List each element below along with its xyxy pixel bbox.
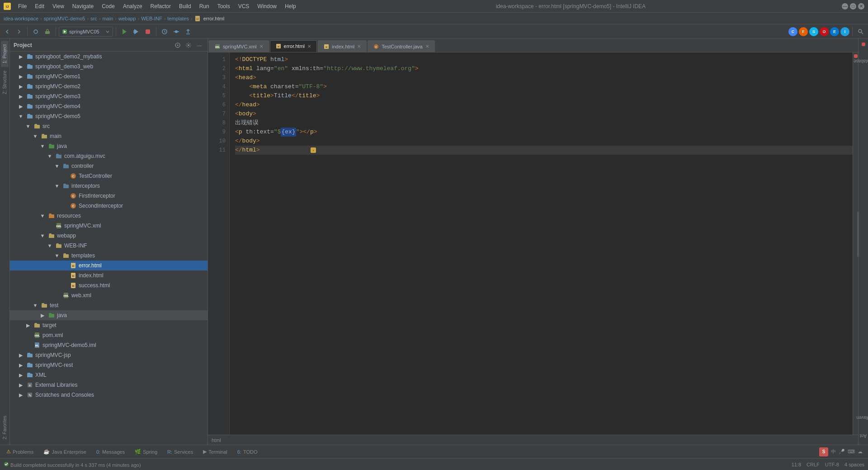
breadcrumb-webinf[interactable]: WEB-INF [141, 16, 162, 21]
minimize-button[interactable]: — [842, 3, 848, 9]
menu-help[interactable]: Help [281, 2, 300, 10]
edge-icon[interactable]: E [830, 27, 839, 36]
tree-item-springboot-demo2[interactable]: ▶ springboot_demo2_mybatis [10, 52, 208, 62]
tree-item-test[interactable]: ▼ test [10, 300, 208, 310]
breadcrumb-idea-workspace[interactable]: idea-workspace [4, 16, 38, 21]
tree-item-success-html[interactable]: H success.html [10, 280, 208, 290]
tree-item-springmvc-demo4[interactable]: ▶ springMVC-demo4 [10, 101, 208, 111]
left-tab-project[interactable]: 1: Project [1, 41, 9, 67]
tab-close-springmvc-xml[interactable]: ✕ [259, 44, 263, 49]
tab-close-testcontroller[interactable]: ✕ [425, 44, 429, 49]
tree-item-interceptors[interactable]: ▼ interceptors [10, 181, 208, 191]
breadcrumb-springmvc-demo5[interactable]: springMVC-demo5 [44, 16, 85, 21]
tree-item-package-com[interactable]: ▼ com.atguigu.mvc [10, 151, 208, 161]
menu-tools[interactable]: Tools [214, 2, 234, 10]
menu-vcs[interactable]: VCS [235, 2, 253, 10]
tree-item-demo5-iml[interactable]: IML springMVC-demo5.iml [10, 340, 208, 350]
tree-item-springmvc-jsp[interactable]: ▶ springMVC-jsp [10, 350, 208, 360]
tree-item-springmvc-xml-res[interactable]: XML springMVC.xml [10, 221, 208, 231]
menu-code[interactable]: Code [98, 2, 118, 10]
tree-item-web-xml[interactable]: XML web.xml [10, 290, 208, 300]
breadcrumb-webapp[interactable]: webapp [118, 16, 136, 21]
menu-file[interactable]: File [14, 2, 30, 10]
tab-error-html[interactable]: H error.html ✕ [270, 40, 317, 52]
left-tab-structure[interactable]: Z: Structure [1, 67, 9, 98]
right-tab-maven[interactable]: Maven [853, 413, 868, 421]
back-button[interactable] [2, 26, 13, 37]
tree-item-target[interactable]: ▶ target [10, 320, 208, 330]
menu-refactor[interactable]: Refactor [147, 2, 175, 10]
git-update-button[interactable] [159, 26, 170, 37]
sidebar-locate-button[interactable] [173, 41, 182, 50]
tree-item-secondinterceptor[interactable]: C SecondInterceptor [10, 201, 208, 211]
tree-item-springmvc-demo3[interactable]: ▶ springMVC-demo3 [10, 91, 208, 101]
tree-item-springmvc-demo1[interactable]: ▶ springMVC-demo1 [10, 71, 208, 81]
sidebar-collapse-button[interactable]: — [195, 41, 204, 50]
tree-item-springmvc-rest[interactable]: ▶ springMVC-rest [10, 360, 208, 370]
run-config-selector[interactable]: springMVC05 [59, 27, 113, 37]
tree-item-templates[interactable]: ▼ templates [10, 251, 208, 261]
tab-close-index-html[interactable]: ✕ [357, 44, 361, 49]
tree-item-error-html[interactable]: H error.html [10, 261, 208, 271]
menu-navigate[interactable]: Navigate [69, 2, 97, 10]
sidebar-settings-button[interactable] [184, 41, 193, 50]
menu-edit[interactable]: Edit [31, 2, 48, 10]
git-push-button[interactable] [183, 26, 193, 37]
opera-icon[interactable]: O [820, 27, 829, 36]
debug-button[interactable] [131, 26, 142, 37]
right-tab-ant[interactable]: Ant [856, 432, 868, 440]
tree-item-xml[interactable]: ▶ XML [10, 370, 208, 380]
bottom-tab-spring[interactable]: 🌿 Spring [130, 446, 162, 458]
run-button[interactable] [119, 26, 130, 37]
close-button[interactable]: ✕ [858, 3, 864, 9]
menu-window[interactable]: Window [254, 2, 280, 10]
indentation[interactable]: 4 spaces [844, 462, 864, 467]
bottom-tab-services[interactable]: R: Services [163, 446, 198, 458]
code-editor[interactable]: 1 2 3 4 5 6 7 8 9 10 11 <!DOCTYPE html> [208, 52, 858, 435]
encoding[interactable]: UTF-8 [825, 462, 839, 467]
menu-analyze[interactable]: Analyze [119, 2, 146, 10]
code-content[interactable]: <!DOCTYPE html> <html lang="en" xmlns:th… [230, 52, 853, 435]
tree-item-resources[interactable]: ▼ resources [10, 211, 208, 221]
tree-item-index-html[interactable]: H index.html [10, 271, 208, 280]
safari-icon[interactable]: S [809, 27, 818, 36]
breadcrumb-templates[interactable]: templates [167, 16, 189, 21]
tree-item-firstinterceptor[interactable]: C FirstInterceptor [10, 191, 208, 201]
tree-item-test-java[interactable]: ▶ java [10, 310, 208, 320]
search-everywhere-button[interactable] [855, 26, 866, 37]
tree-item-webapp[interactable]: ▼ webapp [10, 231, 208, 241]
forward-button[interactable] [14, 26, 24, 37]
menu-run[interactable]: Run [196, 2, 213, 10]
tab-close-error-html[interactable]: ✕ [307, 44, 311, 49]
ie-icon[interactable]: I [840, 27, 849, 36]
build-button[interactable] [42, 26, 53, 37]
sync-button[interactable] [30, 26, 41, 37]
maximize-button[interactable]: □ [850, 3, 856, 9]
bottom-tab-java-enterprise[interactable]: ☕ Java Enterprise [39, 446, 90, 458]
tree-item-springmvc-demo2[interactable]: ▶ springMVC-demo2 [10, 81, 208, 91]
chrome-icon[interactable]: C [788, 27, 797, 36]
tab-index-html[interactable]: H index.html ✕ [318, 40, 367, 52]
tab-testcontroller-java[interactable]: C TestController.java ✕ [368, 40, 435, 52]
tab-springmvc-xml[interactable]: XML springMVC.xml ✕ [209, 40, 269, 52]
stop-button[interactable] [142, 26, 153, 37]
tree-item-external-libs[interactable]: ▶ ≡ External Libraries [10, 380, 208, 390]
menu-build[interactable]: Build [175, 2, 195, 10]
right-splitter[interactable] [857, 212, 859, 257]
tree-item-main[interactable]: ▼ main [10, 131, 208, 141]
bottom-tab-problems[interactable]: ⚠ Problems [2, 446, 38, 458]
breadcrumb-main[interactable]: main [102, 16, 113, 21]
tree-item-java-src[interactable]: ▼ java [10, 141, 208, 151]
tree-item-webinf[interactable]: ▼ WEB-INF [10, 241, 208, 251]
cursor-position[interactable]: 11:8 [792, 462, 801, 467]
bottom-tab-todo[interactable]: 6: TODO [233, 446, 262, 458]
right-tab-database[interactable]: Database [850, 57, 868, 65]
tree-item-springboot-demo3[interactable]: ▶ springboot_demo3_web [10, 62, 208, 71]
firefox-icon[interactable]: F [799, 27, 808, 36]
bottom-tab-terminal[interactable]: ▶ Terminal [198, 446, 232, 458]
bottom-tab-messages[interactable]: 0: Messages [92, 446, 129, 458]
tree-item-src[interactable]: ▼ src [10, 121, 208, 131]
tree-item-scratches[interactable]: ▶ ✎ Scratches and Consoles [10, 390, 208, 400]
left-tab-favorites[interactable]: 2: Favorites [1, 412, 9, 443]
menu-view[interactable]: View [49, 2, 68, 10]
